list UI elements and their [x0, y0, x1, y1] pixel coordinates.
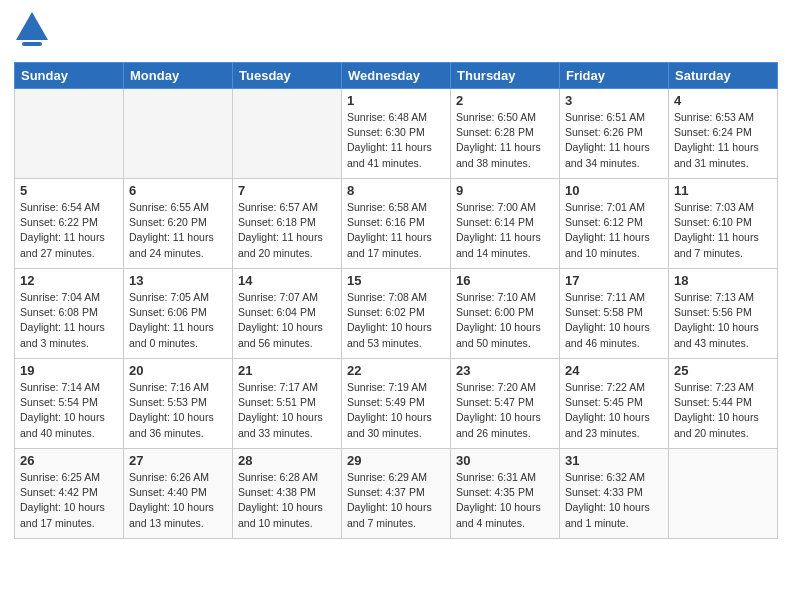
day-number: 7	[238, 183, 336, 198]
day-info: Sunrise: 6:58 AM Sunset: 6:16 PM Dayligh…	[347, 200, 445, 261]
calendar-day-cell: 9Sunrise: 7:00 AM Sunset: 6:14 PM Daylig…	[451, 179, 560, 269]
calendar-day-cell: 7Sunrise: 6:57 AM Sunset: 6:18 PM Daylig…	[233, 179, 342, 269]
day-number: 28	[238, 453, 336, 468]
calendar-day-cell	[124, 89, 233, 179]
logo-icon	[14, 10, 50, 54]
day-number: 21	[238, 363, 336, 378]
day-number: 8	[347, 183, 445, 198]
calendar-day-cell: 14Sunrise: 7:07 AM Sunset: 6:04 PM Dayli…	[233, 269, 342, 359]
day-number: 20	[129, 363, 227, 378]
day-number: 5	[20, 183, 118, 198]
day-info: Sunrise: 7:05 AM Sunset: 6:06 PM Dayligh…	[129, 290, 227, 351]
day-info: Sunrise: 6:25 AM Sunset: 4:42 PM Dayligh…	[20, 470, 118, 531]
day-number: 23	[456, 363, 554, 378]
calendar-day-cell: 29Sunrise: 6:29 AM Sunset: 4:37 PM Dayli…	[342, 449, 451, 539]
day-number: 15	[347, 273, 445, 288]
day-number: 22	[347, 363, 445, 378]
weekday-header-saturday: Saturday	[669, 63, 778, 89]
calendar-day-cell: 2Sunrise: 6:50 AM Sunset: 6:28 PM Daylig…	[451, 89, 560, 179]
day-info: Sunrise: 7:01 AM Sunset: 6:12 PM Dayligh…	[565, 200, 663, 261]
calendar-week-row-4: 19Sunrise: 7:14 AM Sunset: 5:54 PM Dayli…	[15, 359, 778, 449]
day-info: Sunrise: 6:48 AM Sunset: 6:30 PM Dayligh…	[347, 110, 445, 171]
day-number: 14	[238, 273, 336, 288]
day-number: 26	[20, 453, 118, 468]
day-info: Sunrise: 6:31 AM Sunset: 4:35 PM Dayligh…	[456, 470, 554, 531]
page: SundayMondayTuesdayWednesdayThursdayFrid…	[0, 0, 792, 553]
day-number: 4	[674, 93, 772, 108]
day-number: 19	[20, 363, 118, 378]
day-info: Sunrise: 7:23 AM Sunset: 5:44 PM Dayligh…	[674, 380, 772, 441]
day-info: Sunrise: 7:19 AM Sunset: 5:49 PM Dayligh…	[347, 380, 445, 441]
calendar-week-row-5: 26Sunrise: 6:25 AM Sunset: 4:42 PM Dayli…	[15, 449, 778, 539]
day-number: 6	[129, 183, 227, 198]
calendar-day-cell: 6Sunrise: 6:55 AM Sunset: 6:20 PM Daylig…	[124, 179, 233, 269]
day-info: Sunrise: 7:04 AM Sunset: 6:08 PM Dayligh…	[20, 290, 118, 351]
calendar-day-cell: 17Sunrise: 7:11 AM Sunset: 5:58 PM Dayli…	[560, 269, 669, 359]
calendar-day-cell: 19Sunrise: 7:14 AM Sunset: 5:54 PM Dayli…	[15, 359, 124, 449]
day-number: 16	[456, 273, 554, 288]
day-info: Sunrise: 7:03 AM Sunset: 6:10 PM Dayligh…	[674, 200, 772, 261]
day-info: Sunrise: 6:57 AM Sunset: 6:18 PM Dayligh…	[238, 200, 336, 261]
weekday-header-row: SundayMondayTuesdayWednesdayThursdayFrid…	[15, 63, 778, 89]
calendar-day-cell: 13Sunrise: 7:05 AM Sunset: 6:06 PM Dayli…	[124, 269, 233, 359]
calendar-day-cell: 16Sunrise: 7:10 AM Sunset: 6:00 PM Dayli…	[451, 269, 560, 359]
day-number: 17	[565, 273, 663, 288]
calendar-day-cell: 23Sunrise: 7:20 AM Sunset: 5:47 PM Dayli…	[451, 359, 560, 449]
calendar-week-row-1: 1Sunrise: 6:48 AM Sunset: 6:30 PM Daylig…	[15, 89, 778, 179]
day-info: Sunrise: 7:16 AM Sunset: 5:53 PM Dayligh…	[129, 380, 227, 441]
day-info: Sunrise: 6:32 AM Sunset: 4:33 PM Dayligh…	[565, 470, 663, 531]
day-number: 2	[456, 93, 554, 108]
day-info: Sunrise: 7:08 AM Sunset: 6:02 PM Dayligh…	[347, 290, 445, 351]
weekday-header-wednesday: Wednesday	[342, 63, 451, 89]
calendar-day-cell: 21Sunrise: 7:17 AM Sunset: 5:51 PM Dayli…	[233, 359, 342, 449]
day-number: 1	[347, 93, 445, 108]
day-info: Sunrise: 6:50 AM Sunset: 6:28 PM Dayligh…	[456, 110, 554, 171]
calendar-day-cell: 22Sunrise: 7:19 AM Sunset: 5:49 PM Dayli…	[342, 359, 451, 449]
day-number: 9	[456, 183, 554, 198]
weekday-header-monday: Monday	[124, 63, 233, 89]
day-info: Sunrise: 7:22 AM Sunset: 5:45 PM Dayligh…	[565, 380, 663, 441]
day-info: Sunrise: 7:17 AM Sunset: 5:51 PM Dayligh…	[238, 380, 336, 441]
calendar-day-cell: 30Sunrise: 6:31 AM Sunset: 4:35 PM Dayli…	[451, 449, 560, 539]
calendar-day-cell: 1Sunrise: 6:48 AM Sunset: 6:30 PM Daylig…	[342, 89, 451, 179]
day-number: 11	[674, 183, 772, 198]
day-number: 30	[456, 453, 554, 468]
day-number: 3	[565, 93, 663, 108]
day-info: Sunrise: 6:53 AM Sunset: 6:24 PM Dayligh…	[674, 110, 772, 171]
day-number: 24	[565, 363, 663, 378]
day-info: Sunrise: 6:54 AM Sunset: 6:22 PM Dayligh…	[20, 200, 118, 261]
calendar-day-cell	[15, 89, 124, 179]
header	[14, 10, 778, 54]
calendar-day-cell: 4Sunrise: 6:53 AM Sunset: 6:24 PM Daylig…	[669, 89, 778, 179]
calendar-day-cell: 28Sunrise: 6:28 AM Sunset: 4:38 PM Dayli…	[233, 449, 342, 539]
day-number: 12	[20, 273, 118, 288]
svg-marker-0	[16, 12, 48, 40]
day-number: 13	[129, 273, 227, 288]
calendar-day-cell: 12Sunrise: 7:04 AM Sunset: 6:08 PM Dayli…	[15, 269, 124, 359]
calendar-day-cell: 5Sunrise: 6:54 AM Sunset: 6:22 PM Daylig…	[15, 179, 124, 269]
day-info: Sunrise: 7:00 AM Sunset: 6:14 PM Dayligh…	[456, 200, 554, 261]
day-info: Sunrise: 6:26 AM Sunset: 4:40 PM Dayligh…	[129, 470, 227, 531]
weekday-header-tuesday: Tuesday	[233, 63, 342, 89]
day-info: Sunrise: 6:51 AM Sunset: 6:26 PM Dayligh…	[565, 110, 663, 171]
svg-rect-1	[22, 42, 42, 46]
calendar-day-cell	[669, 449, 778, 539]
weekday-header-friday: Friday	[560, 63, 669, 89]
calendar-day-cell: 10Sunrise: 7:01 AM Sunset: 6:12 PM Dayli…	[560, 179, 669, 269]
day-number: 29	[347, 453, 445, 468]
day-info: Sunrise: 6:55 AM Sunset: 6:20 PM Dayligh…	[129, 200, 227, 261]
day-info: Sunrise: 7:13 AM Sunset: 5:56 PM Dayligh…	[674, 290, 772, 351]
calendar-table: SundayMondayTuesdayWednesdayThursdayFrid…	[14, 62, 778, 539]
weekday-header-thursday: Thursday	[451, 63, 560, 89]
calendar-day-cell: 8Sunrise: 6:58 AM Sunset: 6:16 PM Daylig…	[342, 179, 451, 269]
day-info: Sunrise: 6:29 AM Sunset: 4:37 PM Dayligh…	[347, 470, 445, 531]
day-number: 31	[565, 453, 663, 468]
calendar-day-cell: 15Sunrise: 7:08 AM Sunset: 6:02 PM Dayli…	[342, 269, 451, 359]
calendar-day-cell	[233, 89, 342, 179]
weekday-header-sunday: Sunday	[15, 63, 124, 89]
calendar-day-cell: 20Sunrise: 7:16 AM Sunset: 5:53 PM Dayli…	[124, 359, 233, 449]
day-info: Sunrise: 7:11 AM Sunset: 5:58 PM Dayligh…	[565, 290, 663, 351]
day-number: 10	[565, 183, 663, 198]
day-number: 27	[129, 453, 227, 468]
calendar-week-row-3: 12Sunrise: 7:04 AM Sunset: 6:08 PM Dayli…	[15, 269, 778, 359]
